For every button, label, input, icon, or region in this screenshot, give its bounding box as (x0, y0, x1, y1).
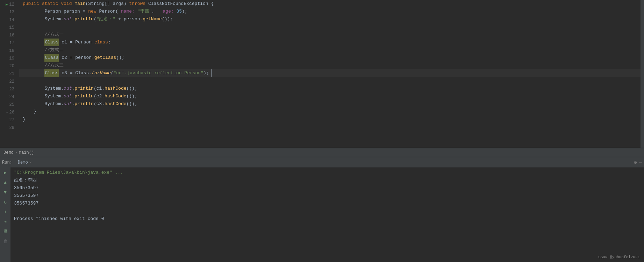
close-tab-icon[interactable]: × (29, 160, 32, 165)
comment-method1: //方式一 (44, 31, 64, 39)
breakpoint-icon-26[interactable]: ○ (6, 109, 8, 116)
string-classname: "com.javabasic.reflection.Person" (114, 69, 203, 77)
run-output-line-5 (14, 207, 641, 215)
code-line-29 (19, 123, 641, 131)
run-print-button[interactable]: 🖶 (1, 228, 9, 235)
run-label: Run: (2, 160, 12, 165)
run-output-line-4: 356573597 (14, 200, 641, 207)
run-tab-demo[interactable]: Demo × (16, 157, 34, 167)
run-output-line-1: 姓名：李四 (14, 177, 641, 184)
gutter-line-17: 17 (0, 39, 16, 47)
run-tab-name: Demo (18, 160, 28, 165)
method-getclass: getClass (94, 54, 116, 62)
run-icon-12[interactable]: ▶ (6, 1, 8, 8)
line-num-21: 21 (9, 70, 14, 78)
line-num-19: 19 (9, 55, 14, 62)
text-cursor (209, 69, 212, 77)
run-sidebar: ▶ ▲ ▼ ↻ ⬆ ⇥ 🖶 🗑 (0, 167, 10, 262)
gutter-line-19: 19 (0, 55, 16, 62)
gutter-line-22: 22 (0, 78, 16, 85)
gutter-line-27: 27 (0, 116, 16, 124)
gutter-line-26: ○ 26 (0, 109, 16, 116)
code-line-20: //方式三 (19, 62, 641, 69)
run-scroll-up-button[interactable]: ▲ (1, 179, 9, 186)
run-panel: Run: Demo × ⚙ — ▶ ▲ ▼ ↻ ⬆ ⇥ 🖶 🗑 "C:\Prog… (0, 157, 644, 262)
comment-method3: //方式三 (44, 62, 64, 69)
method-forname: forName (92, 69, 111, 77)
gutter-line-25: 25 (0, 101, 16, 109)
num-age: 35 (177, 8, 182, 15)
line-num-16: 16 (9, 32, 14, 39)
run-tabs-bar: Run: Demo × ⚙ — (0, 157, 644, 167)
run-content: ▶ ▲ ▼ ↻ ⬆ ⇥ 🖶 🗑 "C:\Program Files\Java\b… (0, 167, 644, 262)
run-format-button[interactable]: ⇥ (1, 218, 9, 226)
line-num-12: 12 (9, 1, 14, 8)
breadcrumb-separator: › (15, 150, 17, 155)
code-line-23: System.out.println(c1.hashCode()); (19, 85, 641, 92)
run-scroll-down-button[interactable]: ▼ (1, 188, 9, 196)
gutter-line-15: 15 (0, 24, 16, 32)
gutter-line-14: 14 (0, 16, 16, 24)
string-name-val: "李四" (137, 8, 152, 15)
string-name-label: "姓名：" (96, 15, 116, 23)
class-system-25: System (44, 100, 61, 108)
code-line-27: } (19, 116, 641, 123)
line-num-26: 26 (9, 109, 14, 116)
line-num-20: 20 (9, 62, 14, 70)
run-output: "C:\Program Files\Java\bin\java.exe" ...… (10, 167, 644, 262)
code-line-14: System.out.println("姓名：" + person.getNam… (19, 15, 641, 23)
code-editor[interactable]: public static void main(String[] args) t… (19, 0, 641, 148)
line-num-17: 17 (9, 39, 14, 47)
settings-icon[interactable]: ⚙ (634, 159, 637, 165)
class-keyword-19: Class (44, 54, 59, 62)
gutter-line-24: 24 (0, 93, 16, 101)
param-name-label: name: (118, 8, 135, 15)
code-line-17: Class c1 = Person.class; (19, 39, 641, 46)
breadcrumb-part1: Demo (3, 150, 14, 155)
keyword-static: static (42, 0, 58, 8)
class-system-23: System (44, 85, 61, 92)
gutter-line-16: 16 (0, 32, 16, 39)
vertical-scrollbar[interactable] (641, 0, 644, 148)
field-out-24: out (64, 92, 72, 100)
run-rerun-button[interactable]: ↻ (1, 198, 9, 206)
dotclass-17: class (94, 39, 108, 46)
run-play-button[interactable]: ▶ (1, 169, 9, 177)
method-hashcode-25: hashCode (105, 100, 126, 108)
field-out-14: out (64, 15, 72, 23)
class-person-17: Person (75, 39, 92, 46)
gutter-line-23: 23 (0, 85, 16, 93)
minimize-icon[interactable]: — (639, 160, 642, 165)
run-trash-button[interactable]: 🗑 (1, 237, 9, 245)
line-num-13: 13 (9, 8, 14, 16)
gutter-line-13: 13 (0, 8, 16, 16)
breadcrumb-bar: Demo › main() (0, 148, 644, 157)
breadcrumb-part2: main() (19, 150, 34, 155)
keyword-new: new (88, 8, 96, 15)
line-num-15: 15 (9, 24, 14, 32)
line-num-22: 22 (9, 78, 14, 85)
code-line-15 (19, 23, 641, 31)
run-output-line-0: "C:\Program Files\Java\bin\java.exe" ... (14, 169, 641, 177)
field-out-23: out (64, 85, 72, 92)
keyword-public: public (23, 0, 39, 8)
line-num-14: 14 (9, 16, 14, 24)
run-stop-button[interactable]: ⬆ (1, 208, 9, 216)
method-println-25: println (74, 100, 94, 108)
string-array: String (88, 0, 105, 8)
class-keyword-17: Class (44, 39, 59, 46)
class-person-13: Person (44, 8, 61, 15)
code-line-13: Person person = new Person( name: "李四", … (19, 8, 641, 15)
gutter-line-12: ▶ 12 (0, 1, 16, 8)
line-num-25: 25 (9, 101, 14, 109)
class-ref-21: Class (75, 69, 89, 77)
editor-area: ▶ 12 13 14 15 16 17 18 19 (0, 0, 644, 148)
run-output-line-3: 356573597 (14, 192, 641, 200)
class-system-24: System (44, 92, 61, 100)
gutter-line-21: 21 (0, 70, 16, 78)
class-system-14: System (44, 15, 61, 23)
method-println-23: println (74, 85, 94, 92)
code-line-21: Class c3 = Class.forName("com.javabasic.… (19, 69, 641, 77)
exception-class: ClassNotFoundException (148, 0, 208, 8)
code-line-26: } (19, 108, 641, 116)
